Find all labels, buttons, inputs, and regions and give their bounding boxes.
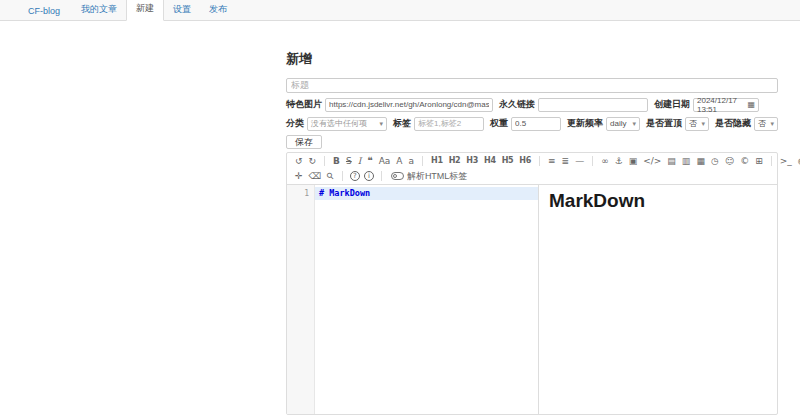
tags-label: 标签 — [393, 117, 411, 130]
calendar-icon[interactable]: ▦ — [747, 100, 755, 109]
editor-toolbar-row-2: ✛⌫⚲?i 解析HTML标签 — [287, 169, 777, 185]
parse-html-button[interactable]: 解析HTML标签 — [391, 169, 468, 183]
permalink-label: 永久链接 — [499, 98, 535, 111]
is-top-value: 否 — [689, 118, 697, 129]
form-row-1: 特色图片 永久链接 创建日期 2024/12/17 13:51 ▦ — [286, 98, 778, 112]
lowercase-icon[interactable]: a — [405, 154, 417, 168]
tags-input[interactable] — [414, 117, 484, 131]
fullscreen-icon[interactable]: ✛ — [292, 169, 306, 183]
tab-publish[interactable]: 发布 — [200, 0, 236, 21]
toolbar-separator — [342, 171, 343, 181]
chevron-down-icon: ▾ — [770, 120, 774, 128]
form-row-2: 分类 没有选中任何项 ▾ 标签 权重 更新频率 daily ▾ 是否置顶 否 — [286, 117, 778, 131]
list-ol-icon[interactable]: ≣ — [559, 154, 573, 168]
toolbar-separator — [771, 156, 772, 166]
list-ul-icon[interactable]: ≡ — [545, 154, 559, 168]
datetime-icon[interactable]: ◷ — [708, 154, 722, 168]
image-icon[interactable]: ▣ — [626, 154, 641, 168]
ucwords-icon[interactable]: Aa — [376, 154, 394, 168]
tab-new[interactable]: 新建 — [126, 0, 164, 21]
html-entities-icon[interactable]: © — [737, 154, 752, 168]
watch-icon[interactable]: ◉ — [795, 154, 800, 168]
anchor-icon[interactable]: ⚓ — [612, 154, 626, 168]
update-frequency-value: daily — [610, 119, 626, 128]
line-number: 1 — [287, 187, 309, 200]
chevron-down-icon: ▾ — [701, 120, 705, 128]
title-input[interactable] — [286, 78, 778, 93]
line-number-gutter: 1 — [287, 185, 315, 414]
h3-icon[interactable]: H3 — [463, 154, 481, 168]
top-navbar: CF-blog 我的文章 新建 设置 发布 — [0, 0, 800, 21]
is-top-select[interactable]: 否 ▾ — [685, 117, 709, 131]
code-editing-area[interactable]: # MarkDown — [315, 185, 538, 414]
category-value: 没有选中任何项 — [311, 118, 367, 129]
info-icon[interactable]: i — [364, 171, 374, 181]
italic-icon[interactable]: I — [355, 154, 365, 168]
created-date-label: 创建日期 — [654, 98, 690, 111]
brand-link[interactable]: CF-blog — [20, 2, 72, 21]
tab-settings[interactable]: 设置 — [164, 0, 200, 21]
toolbar-separator — [422, 156, 423, 166]
toolbar-separator — [539, 156, 540, 166]
is-top-label: 是否置顶 — [646, 117, 682, 130]
code-icon[interactable]: </> — [640, 154, 664, 168]
code-pane: 1 # MarkDown — [287, 185, 539, 414]
parse-html-label: 解析HTML标签 — [407, 170, 468, 183]
new-post-form: 新增 特色图片 永久链接 创建日期 2024/12/17 13:51 ▦ 分类 … — [286, 42, 778, 415]
redo-icon[interactable]: ↻ — [306, 154, 320, 168]
created-date-value: 2024/12/17 13:51 — [697, 96, 744, 114]
tab-my-articles[interactable]: 我的文章 — [72, 0, 126, 21]
emoji-icon[interactable]: ☺ — [722, 154, 737, 168]
featured-image-label: 特色图片 — [286, 98, 322, 111]
undo-icon[interactable]: ↺ — [292, 154, 306, 168]
toolbar-separator — [381, 171, 382, 181]
editor-toolbar-row-1: ↺↻BSI❝AaAaH1H2H3H4H5H6≡≣—∞⚓▣</>▤▥▦◷☺©⊞>_… — [287, 153, 777, 169]
permalink-input[interactable] — [538, 98, 648, 112]
preview-heading: MarkDown — [549, 190, 767, 212]
weight-input[interactable] — [511, 117, 561, 131]
h6-icon[interactable]: H6 — [516, 154, 534, 168]
markdown-editor: ↺↻BSI❝AaAaH1H2H3H4H5H6≡≣—∞⚓▣</>▤▥▦◷☺©⊞>_… — [286, 152, 778, 415]
save-button[interactable]: 保存 — [286, 135, 322, 149]
bold-icon[interactable]: B — [330, 154, 343, 168]
markdown-preview-pane: MarkDown — [539, 185, 777, 414]
uppercase-icon[interactable]: A — [393, 154, 405, 168]
h2-icon[interactable]: H2 — [446, 154, 464, 168]
weight-label: 权重 — [490, 117, 508, 130]
is-hidden-label: 是否隐藏 — [715, 117, 751, 130]
toggle-off-icon — [391, 172, 404, 180]
preformatted-text-icon[interactable]: ▤ — [664, 154, 679, 168]
h4-icon[interactable]: H4 — [481, 154, 499, 168]
is-hidden-select[interactable]: 否 ▾ — [754, 117, 778, 131]
hr-icon[interactable]: — — [572, 154, 587, 168]
code-block-icon[interactable]: ▥ — [679, 154, 694, 168]
help-icon[interactable]: ? — [350, 171, 360, 181]
link-icon[interactable]: ∞ — [598, 154, 612, 168]
page-title: 新增 — [286, 50, 778, 68]
toolbar-separator — [324, 156, 325, 166]
is-hidden-value: 否 — [758, 118, 766, 129]
strikethrough-icon[interactable]: S — [343, 154, 355, 168]
goto-line-icon[interactable]: >_ — [777, 154, 795, 168]
code-line[interactable]: # MarkDown — [315, 187, 538, 200]
created-date-input[interactable]: 2024/12/17 13:51 ▦ — [693, 98, 759, 112]
pagebreak-icon[interactable]: ⊞ — [752, 154, 766, 168]
chevron-down-icon: ▾ — [379, 120, 383, 128]
category-label: 分类 — [286, 117, 304, 130]
update-frequency-label: 更新频率 — [567, 117, 603, 130]
featured-image-input[interactable] — [325, 98, 493, 112]
editor-body: 1 # MarkDown MarkDown — [287, 185, 777, 414]
h5-icon[interactable]: H5 — [499, 154, 517, 168]
toolbar-separator — [592, 156, 593, 166]
category-select[interactable]: 没有选中任何项 ▾ — [307, 117, 387, 131]
h1-icon[interactable]: H1 — [428, 154, 446, 168]
quote-icon[interactable]: ❝ — [364, 154, 375, 168]
update-frequency-select[interactable]: daily ▾ — [606, 117, 640, 131]
chevron-down-icon: ▾ — [632, 120, 636, 128]
table-icon[interactable]: ▦ — [693, 154, 708, 168]
